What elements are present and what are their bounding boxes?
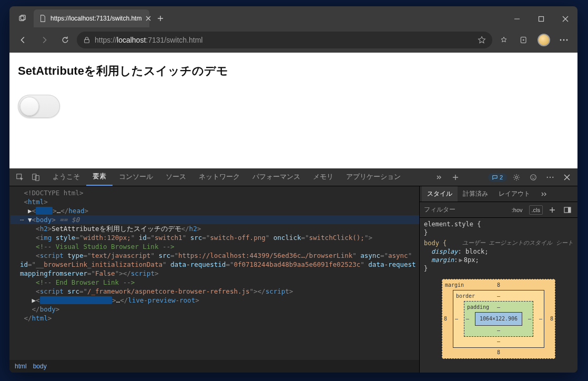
plus-icon bbox=[452, 174, 459, 181]
tab-styles[interactable]: スタイル bbox=[422, 186, 458, 202]
new-tab-button[interactable] bbox=[151, 10, 169, 27]
minimize-button[interactable] bbox=[505, 11, 529, 27]
styles-filter[interactable]: フィルター bbox=[424, 205, 505, 214]
device-toggle-button[interactable] bbox=[28, 170, 43, 185]
tab-console[interactable]: コンソール bbox=[113, 168, 159, 186]
chat-icon bbox=[492, 175, 498, 180]
close-icon bbox=[564, 174, 570, 181]
svg-point-6 bbox=[563, 39, 565, 41]
back-button[interactable] bbox=[14, 31, 33, 49]
chevrons-icon bbox=[541, 192, 547, 197]
issues-badge[interactable]: 2 bbox=[488, 173, 507, 182]
plus-icon bbox=[157, 15, 164, 22]
url-box[interactable]: https://localhost:7131/switch.html bbox=[77, 32, 492, 48]
svg-point-7 bbox=[566, 39, 568, 41]
profile-button[interactable] bbox=[534, 31, 553, 49]
viewport: SetAttributeを利用したスイッチのデモ bbox=[9, 53, 577, 168]
file-icon bbox=[39, 15, 46, 22]
dots-icon bbox=[560, 39, 568, 41]
gear-icon bbox=[513, 174, 520, 181]
navbar: https://localhost:7131/switch.html bbox=[9, 27, 577, 53]
refresh-icon bbox=[61, 36, 69, 44]
page-title: SetAttributeを利用したスイッチのデモ bbox=[18, 63, 569, 79]
favorites-button[interactable] bbox=[494, 31, 513, 49]
tab-sources[interactable]: ソース bbox=[159, 168, 192, 186]
dom-tree[interactable]: <!DOCTYPE html> <html> ▶< >…</head> ⋯ ▼<… bbox=[9, 186, 419, 360]
svg-point-16 bbox=[550, 176, 551, 177]
window-controls bbox=[505, 11, 577, 27]
tab-computed[interactable]: 計算済み bbox=[458, 186, 493, 202]
svg-point-12 bbox=[531, 174, 536, 180]
arrow-right-icon bbox=[39, 35, 49, 45]
breadcrumb-html[interactable]: html bbox=[15, 363, 27, 370]
switch-toggle[interactable] bbox=[18, 95, 60, 118]
devtools-close-button[interactable] bbox=[560, 170, 574, 185]
avatar bbox=[538, 34, 550, 46]
browser-tab[interactable]: https://localhost:7131/switch.htm bbox=[34, 9, 149, 27]
box-model[interactable]: margin 8 8 8 8 border – – – – bbox=[424, 275, 573, 359]
elements-panel: <!DOCTYPE html> <html> ▶< >…</head> ⋯ ▼<… bbox=[9, 186, 420, 373]
devtools: ようこそ 要素 コンソール ソース ネットワーク パフォーマンス メモリ アプリ… bbox=[9, 168, 577, 373]
svg-point-13 bbox=[532, 176, 533, 177]
box-model-content: 1064×122.906 bbox=[475, 312, 522, 326]
panel-icon bbox=[564, 207, 571, 213]
svg-point-11 bbox=[515, 176, 518, 178]
url-text: https://localhost:7131/switch.html bbox=[95, 36, 202, 44]
device-icon bbox=[32, 173, 40, 182]
tab-performance[interactable]: パフォーマンス bbox=[246, 168, 307, 186]
svg-rect-3 bbox=[85, 39, 89, 43]
tab-title: https://localhost:7131/switch.htm bbox=[50, 15, 141, 22]
inspect-icon bbox=[16, 173, 24, 182]
dots-icon bbox=[546, 176, 554, 178]
breadcrumb: html body bbox=[9, 360, 419, 373]
rule-body[interactable]: body { ユーザー エージェントのスタイル シート display: blo… bbox=[424, 239, 573, 273]
maximize-button[interactable] bbox=[529, 11, 553, 27]
arrow-left-icon bbox=[18, 35, 28, 45]
hov-button[interactable]: :hov bbox=[510, 206, 525, 214]
svg-point-14 bbox=[534, 176, 534, 177]
inspect-button[interactable] bbox=[13, 170, 27, 185]
browser-window: https://localhost:7131/switch.htm https:… bbox=[9, 6, 577, 373]
tabs-icon bbox=[19, 15, 26, 22]
collections-button[interactable] bbox=[514, 31, 533, 49]
devtools-toolbar: ようこそ 要素 コンソール ソース ネットワーク パフォーマンス メモリ アプリ… bbox=[9, 168, 577, 186]
titlebar: https://localhost:7131/switch.htm bbox=[9, 6, 577, 27]
collections-icon bbox=[520, 36, 528, 44]
tab-actions-button[interactable] bbox=[14, 10, 32, 27]
computed-toggle-button[interactable] bbox=[562, 206, 573, 214]
styles-panel: スタイル 計算済み レイアウト フィルター :hov .cls element.… bbox=[420, 186, 577, 373]
refresh-button[interactable] bbox=[56, 31, 75, 49]
tab-memory[interactable]: メモリ bbox=[307, 168, 340, 186]
more-button[interactable] bbox=[554, 31, 573, 49]
svg-point-5 bbox=[560, 39, 562, 41]
svg-rect-2 bbox=[539, 17, 544, 22]
svg-point-15 bbox=[547, 176, 548, 177]
cls-button[interactable]: .cls bbox=[529, 205, 543, 215]
tab-network[interactable]: ネットワーク bbox=[192, 168, 246, 186]
settings-button[interactable] bbox=[509, 170, 524, 185]
breadcrumb-body[interactable]: body bbox=[33, 363, 47, 370]
new-rule-button[interactable] bbox=[547, 206, 557, 214]
tab-welcome[interactable]: ようこそ bbox=[46, 168, 86, 186]
svg-rect-19 bbox=[568, 207, 571, 213]
smiley-icon bbox=[530, 174, 537, 181]
close-button[interactable] bbox=[553, 11, 577, 27]
plus-icon bbox=[549, 207, 555, 213]
new-panel-button[interactable] bbox=[448, 170, 463, 185]
rule-element-style[interactable]: element.style { } bbox=[424, 220, 573, 237]
chevrons-icon bbox=[435, 174, 442, 181]
favorite-icon[interactable] bbox=[478, 36, 486, 44]
tabs-more-button[interactable] bbox=[431, 170, 446, 185]
lock-icon bbox=[83, 36, 90, 44]
svg-rect-9 bbox=[33, 174, 36, 179]
devtools-more-button[interactable] bbox=[543, 170, 557, 185]
tab-application[interactable]: アプリケーション bbox=[340, 168, 407, 186]
feedback-button[interactable] bbox=[526, 170, 541, 185]
svg-point-17 bbox=[552, 176, 553, 177]
close-icon[interactable] bbox=[146, 16, 151, 21]
tab-layout[interactable]: レイアウト bbox=[493, 186, 535, 202]
tab-elements[interactable]: 要素 bbox=[86, 168, 113, 186]
star-plus-icon bbox=[500, 36, 508, 44]
tab-styles-more[interactable] bbox=[535, 186, 552, 202]
forward-button[interactable] bbox=[35, 31, 54, 49]
